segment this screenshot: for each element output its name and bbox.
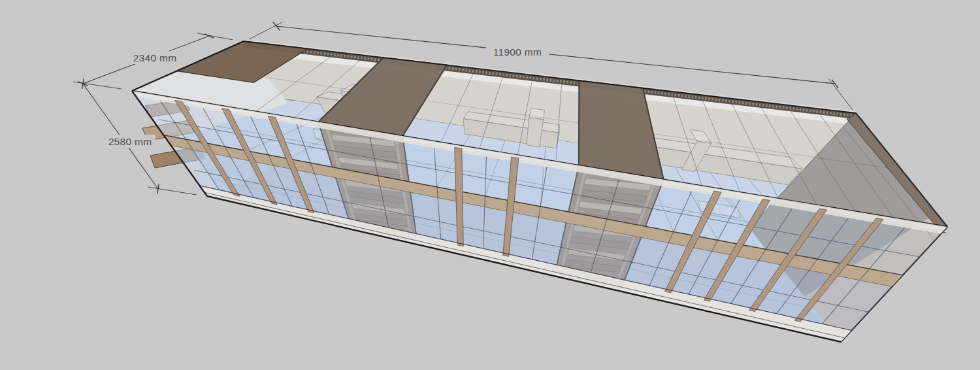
- dimension-label-height: 2580 mm: [108, 136, 152, 147]
- dimension-label-length: 11900 mm: [493, 46, 542, 58]
- 3d-viewport[interactable]: 2340 mm 2580 mm 11900 mm: [0, 0, 980, 370]
- dimension-label-width: 2340 mm: [133, 52, 177, 63]
